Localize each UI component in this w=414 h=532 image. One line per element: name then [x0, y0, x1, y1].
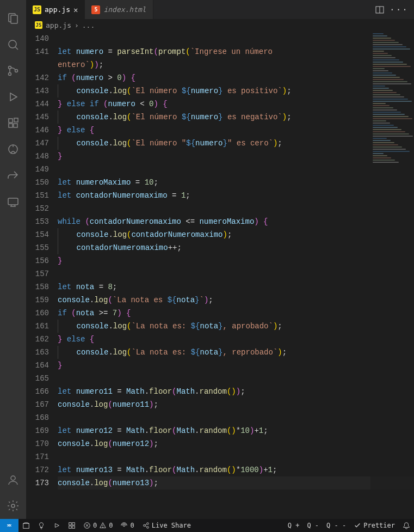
sb-lightbulb-icon[interactable] [34, 519, 49, 532]
sb-problems[interactable]: 0 0 [79, 519, 116, 532]
run-debug-icon[interactable] [0, 84, 26, 110]
svg-rect-18 [69, 523, 71, 525]
svg-rect-21 [72, 526, 75, 528]
svg-point-14 [11, 504, 15, 507]
line-number: 142 [26, 71, 49, 84]
sb-quokka-stop[interactable]: Q - - [323, 522, 350, 529]
line-number: 158 [26, 280, 49, 293]
code-line[interactable]: if (numero > 0) { [58, 71, 414, 84]
code-line[interactable] [58, 202, 414, 215]
code-editor[interactable]: 1401411421431441451461471481491501511521… [26, 31, 414, 519]
code-line[interactable] [58, 372, 414, 385]
svg-rect-1 [11, 15, 17, 23]
sb-quokka-plus[interactable]: Q + [284, 522, 304, 529]
js-file-icon: JS [35, 21, 42, 29]
code-line[interactable]: if (nota >= 7) { [58, 307, 414, 320]
code-line[interactable]: console.log(numero13); [58, 476, 414, 490]
code-line[interactable]: console.log(`La nota es: ${nota}, aproba… [58, 320, 414, 333]
svg-point-28 [143, 524, 145, 527]
line-number: 170 [26, 437, 49, 450]
activity-bar [0, 0, 26, 519]
source-control-icon[interactable] [0, 58, 26, 84]
code-line[interactable]: console.log(`El número ${numero} es nega… [58, 111, 414, 124]
code-line[interactable] [58, 267, 414, 280]
code-line[interactable]: console.log(numero11); [58, 398, 414, 411]
svg-rect-19 [72, 523, 75, 525]
code-line[interactable] [58, 411, 414, 424]
line-number: 163 [26, 346, 49, 359]
code-line[interactable]: } [58, 254, 414, 267]
sb-layout-icon[interactable] [64, 519, 79, 532]
code-line[interactable]: let numero11 = Math.floor(Math.random())… [58, 385, 414, 398]
code-line[interactable]: while (contadorNumeromaximo <= numeroMax… [58, 215, 414, 228]
code-line[interactable]: console.log(`El número "${numero}" es ce… [58, 137, 414, 150]
code-line[interactable]: let numero13 = Math.floor(Math.random()*… [58, 463, 414, 476]
line-number: 157 [26, 267, 49, 280]
search-icon[interactable] [0, 32, 26, 58]
breadcrumb-more: ... [82, 21, 95, 29]
line-number: 167 [26, 398, 49, 411]
svg-rect-17 [23, 524, 29, 529]
sb-ports[interactable]: 0 [116, 519, 138, 532]
code-line[interactable]: let nota = 8; [58, 280, 414, 293]
svg-point-5 [9, 73, 11, 76]
split-editor-icon[interactable] [375, 5, 384, 14]
code-line[interactable]: let numero = parseInt(prompt(`Ingrese un… [58, 45, 414, 58]
breadcrumb-file: app.js [46, 21, 71, 29]
code-line[interactable]: let numero12 = Math.floor(Math.random()*… [58, 424, 414, 437]
code-line[interactable]: } [58, 359, 414, 372]
line-number: 141 [26, 45, 49, 58]
line-number: 145 [26, 111, 49, 124]
code-line[interactable]: let contadorNumeromaximo = 1; [58, 189, 414, 202]
gitlens-icon[interactable] [0, 136, 26, 162]
close-icon[interactable]: ✕ [73, 5, 78, 14]
code-line[interactable]: console.log(numero12); [58, 437, 414, 450]
code-line[interactable]: contadorNumeromaximo++; [58, 241, 414, 254]
code-line[interactable]: } [58, 150, 414, 163]
code-line[interactable]: entero`)); [58, 58, 414, 71]
line-number: 155 [26, 241, 49, 254]
svg-point-26 [103, 527, 103, 528]
sb-quokka-minus[interactable]: Q - [303, 522, 323, 529]
live-share-icon[interactable] [0, 188, 26, 215]
code-line[interactable] [58, 163, 414, 176]
editor-area: JSapp.js✕5index.html ··· JS app.js › ...… [26, 0, 414, 519]
explorer-icon[interactable] [0, 5, 26, 32]
share-icon[interactable] [0, 162, 26, 188]
line-number: 149 [26, 163, 49, 176]
code-line[interactable]: } else { [58, 124, 414, 137]
settings-icon[interactable] [0, 493, 26, 519]
sb-bell-icon[interactable] [399, 522, 414, 529]
code-line[interactable]: let numeroMaximo = 10; [58, 176, 414, 189]
code-line[interactable]: console.log(contadorNumeromaximo); [58, 228, 414, 241]
svg-rect-9 [14, 124, 17, 127]
code-line[interactable] [58, 450, 414, 463]
breadcrumb[interactable]: JS app.js › ... [26, 19, 414, 31]
code-line[interactable] [58, 32, 414, 45]
tab-app-js[interactable]: JSapp.js✕ [26, 0, 85, 19]
svg-point-6 [15, 70, 18, 72]
minimap[interactable] [370, 31, 414, 519]
code-line[interactable]: } else { [58, 333, 414, 346]
code-content[interactable]: let numero = parseInt(prompt(`Ingrese un… [58, 31, 414, 519]
remote-button[interactable] [0, 519, 18, 532]
sb-project-icon[interactable] [18, 519, 34, 532]
sb-live-share[interactable]: Live Share [138, 519, 195, 532]
code-line[interactable]: console.log(`La nota es ${nota}`); [58, 293, 414, 307]
svg-line-32 [145, 526, 147, 527]
line-number: 153 [26, 215, 49, 228]
account-icon[interactable] [0, 467, 26, 493]
line-number: 150 [26, 176, 49, 189]
svg-line-31 [145, 524, 147, 525]
line-number: 144 [26, 97, 49, 111]
code-line[interactable]: console.log(`La nota es: ${nota}, reprob… [58, 346, 414, 359]
code-line[interactable]: console.log(`El número ${numero} es posi… [58, 84, 414, 97]
code-line[interactable]: } else if (numero < 0) { [58, 97, 414, 111]
line-number: 147 [26, 137, 49, 150]
svg-rect-12 [8, 198, 18, 205]
tab-index-html[interactable]: 5index.html [85, 0, 153, 19]
extensions-icon[interactable] [0, 110, 26, 136]
sb-debug-icon[interactable] [49, 519, 64, 532]
sb-prettier[interactable]: Prettier [350, 522, 399, 529]
more-actions-icon[interactable]: ··· [390, 4, 409, 15]
